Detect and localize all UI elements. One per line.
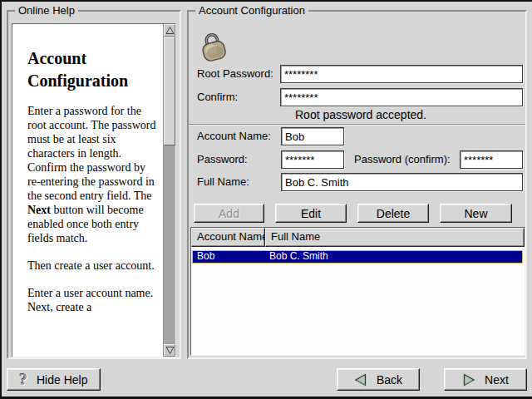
scroll-up-icon	[165, 26, 175, 35]
status-message: Root password accepted.	[295, 108, 426, 121]
add-button[interactable]: Add	[194, 204, 264, 223]
help-title: Account Configuration	[27, 47, 160, 92]
next-button[interactable]: Next	[444, 368, 527, 391]
edit-button[interactable]: Edit	[275, 204, 347, 223]
scroll-down-icon	[165, 346, 175, 355]
root-password-label: Root Password:	[197, 65, 273, 83]
help-text-viewport: Account Configuration Enter a password f…	[12, 23, 176, 357]
column-header-full-name[interactable]: Full Name	[265, 228, 525, 247]
new-button[interactable]: New	[440, 204, 512, 223]
account-configuration-frame-label: Account Configuration	[195, 4, 308, 17]
help-paragraph: Enter a password for the root account. T…	[27, 104, 160, 245]
screen-edge	[0, 0, 532, 2]
back-button[interactable]: Back	[337, 368, 420, 391]
user-password-confirm-label: Password (confirm):	[354, 150, 451, 169]
hide-help-label: Hide Help	[37, 373, 87, 387]
screen-edge	[0, 0, 2, 399]
help-paragraph-bold-next: Next	[27, 204, 51, 216]
delete-button[interactable]: Delete	[357, 204, 429, 223]
help-paragraph: Enter a user account name. Next, create …	[27, 286, 160, 314]
user-password-confirm-input[interactable]	[460, 150, 523, 169]
padlock-icon	[199, 30, 229, 63]
account-list-header: Account Name Full Name	[191, 228, 525, 247]
help-paragraph-text: Enter a password for the root account. T…	[27, 105, 155, 202]
online-help-frame-label: Online Help	[15, 4, 78, 17]
hide-help-button[interactable]: ? Hide Help	[7, 368, 101, 391]
cell-full-name: Bob C. Smith	[267, 251, 328, 263]
online-help-frame: Online Help Account Configuration Enter …	[7, 10, 181, 359]
column-header-account-name[interactable]: Account Name	[191, 228, 265, 247]
help-paragraph: Then create a user account.	[27, 259, 160, 273]
account-list-row-selected[interactable]: Bob Bob C. Smith	[192, 250, 523, 264]
next-label: Next	[485, 373, 509, 387]
help-text: Account Configuration Enter a password f…	[12, 24, 163, 357]
root-password-input[interactable]	[280, 65, 523, 83]
scrollbar-thumb[interactable]	[164, 37, 175, 145]
scroll-up-button[interactable]	[164, 24, 175, 37]
user-password-label: Password:	[197, 150, 248, 169]
account-name-label: Account Name:	[197, 127, 271, 145]
account-name-input[interactable]	[281, 127, 344, 145]
back-label: Back	[377, 373, 402, 387]
full-name-input[interactable]	[281, 173, 523, 191]
back-arrow-icon	[354, 373, 367, 387]
question-mark-icon: ?	[20, 372, 28, 387]
scroll-down-button[interactable]	[164, 344, 175, 357]
full-name-label: Full Name:	[197, 173, 249, 191]
user-password-input[interactable]	[281, 150, 344, 169]
confirm-password-label: Confirm:	[197, 88, 238, 106]
account-list: Account Name Full Name Bob Bob C. Smith	[190, 227, 525, 356]
separator	[189, 124, 525, 126]
account-configuration-frame: Account Configuration Root Password: Con…	[187, 10, 527, 359]
cell-account-name: Bob	[193, 251, 267, 263]
next-arrow-icon	[462, 373, 475, 387]
help-scrollbar[interactable]	[163, 24, 175, 357]
installer-window: Online Help Account Configuration Enter …	[0, 0, 532, 399]
confirm-password-input[interactable]	[280, 88, 523, 106]
